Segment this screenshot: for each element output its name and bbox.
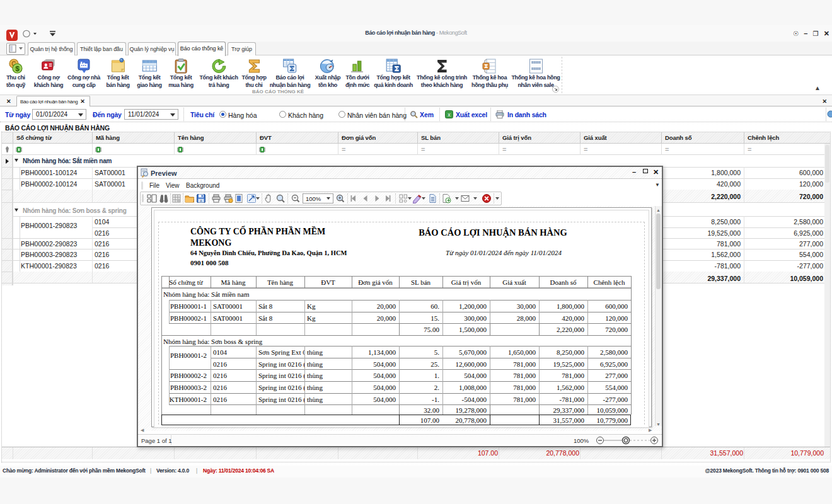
svg-text:x: x — [448, 112, 451, 118]
svg-text:$: $ — [15, 65, 19, 72]
